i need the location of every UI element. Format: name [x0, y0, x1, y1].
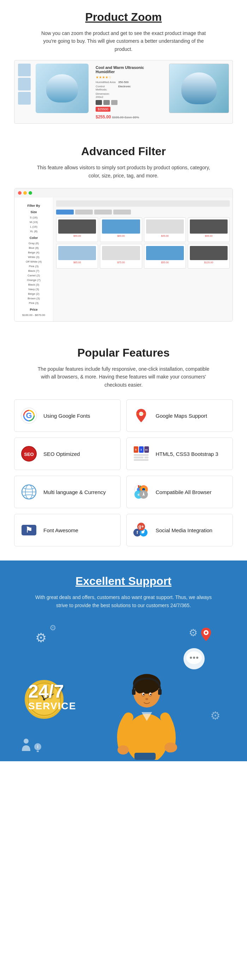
feature-label-browsers: Compatibile All Browser: [156, 488, 211, 496]
svg-text:G: G: [26, 411, 32, 420]
svg-text:i: i: [37, 744, 38, 749]
product-zoom-title: Product Zoom: [14, 11, 233, 24]
filter-mockup-body: Filter By Size S (16) M (19) L (16) XL (…: [14, 197, 233, 321]
excellent-support-title: Excellent Support: [14, 574, 233, 588]
zoom-product-price: $255.00 $335.00 Save 30%: [96, 115, 162, 119]
product-zoom-description: Now you can zoom the product and get to …: [35, 29, 212, 53]
feature-card-social: f g+ Social Media Integration: [126, 514, 233, 546]
excellent-support-description: With great deals and offers, customers a…: [35, 593, 212, 609]
feature-label-seo: SEO Optimized: [43, 450, 80, 458]
svg-rect-52: [132, 689, 136, 695]
filter-product-item: $45.00: [144, 217, 186, 242]
filter-mockup-header: [14, 188, 233, 197]
support-illustration: ⚙ ⚙ ⚙: [14, 620, 233, 761]
popular-features-description: The popular features include fully respo…: [35, 365, 212, 389]
filter-product-item: $89.00: [100, 217, 142, 242]
svg-rect-11: [134, 454, 149, 456]
svg-rect-13: [144, 457, 149, 458]
filter-product-item: $99.00: [188, 217, 230, 242]
feature-card-google-fonts: G Using Google Fonts: [14, 399, 121, 432]
svg-text:B3: B3: [146, 449, 148, 451]
feature-label-font-awesome: Font Awesome: [43, 527, 78, 534]
zoom-main-image: [36, 64, 89, 113]
filter-mockup: Filter By Size S (16) M (19) L (16) XL (…: [14, 188, 233, 321]
feature-label-google-fonts: Using Google Fonts: [43, 412, 90, 420]
mac-dot-yellow: [23, 191, 27, 195]
247-service-text: 24/7 SERVICE: [28, 682, 76, 712]
filter-sidebar: Filter By Size S (16) M (19) L (16) XL (…: [14, 197, 53, 321]
feature-card-google-maps: Google Maps Support: [126, 399, 233, 432]
feature-label-html5: HTML5, CSS3 Bootstrap 3: [156, 450, 218, 458]
filter-product-item: $55.00: [144, 244, 186, 269]
mac-dot-green: [28, 191, 32, 195]
svg-point-50: [150, 694, 151, 695]
features-grid: G Using Google Fonts Google Maps Sup: [14, 399, 233, 546]
browsers-icon: e: [132, 483, 150, 501]
svg-point-49: [143, 694, 144, 695]
filter-product-item: $75.00: [100, 244, 142, 269]
feature-label-google-maps: Google Maps Support: [156, 412, 207, 420]
svg-text:⚑: ⚑: [25, 525, 32, 535]
gear-icon-right: ⚙: [189, 627, 198, 639]
mac-dot-red: [18, 191, 22, 195]
gear-icon-large: ⚙: [35, 630, 47, 645]
svg-point-40: [196, 657, 198, 659]
svg-point-35: [205, 632, 207, 634]
svg-text:f: f: [136, 530, 138, 535]
svg-rect-61: [37, 751, 39, 752]
gear-icon-bottom-right: ⚙: [210, 709, 220, 722]
svg-text:g+: g+: [138, 524, 144, 529]
247-label: 24/7: [28, 682, 76, 700]
zoom-product-stars: ★★★★☆: [96, 75, 162, 79]
popular-features-section: Popular Features The popular features in…: [0, 329, 247, 557]
chat-bubble-icon: [184, 648, 205, 669]
support-info-icon: i: [34, 743, 42, 754]
google-maps-icon: [132, 407, 150, 425]
feature-card-multilanguage: Multi language & Currency: [14, 476, 121, 508]
excellent-support-section: Excellent Support With great deals and o…: [0, 560, 247, 761]
seo-icon: SEO: [20, 445, 38, 463]
advanced-filter-title: Advanced Filter: [14, 145, 233, 158]
product-zoom-mockup: Cool and Warm Ultrasonic Humidifier ★★★★…: [14, 60, 233, 124]
svg-point-56: [117, 745, 129, 754]
filter-product-item: $59.00: [56, 217, 98, 242]
feature-label-multilanguage: Multi language & Currency: [43, 488, 106, 496]
filter-product-item: $65.00: [56, 244, 98, 269]
svg-text:5: 5: [135, 449, 136, 451]
svg-point-51: [146, 698, 148, 700]
feature-card-seo: SEO SEO Optimized: [14, 438, 121, 470]
svg-text:SEO: SEO: [24, 452, 33, 457]
filter-tabs: [56, 210, 230, 215]
filter-product-grid: $59.00 $89.00 $45.00 $99.00: [56, 217, 230, 269]
svg-text:3: 3: [141, 449, 142, 451]
svg-point-38: [190, 657, 192, 659]
service-label: SERVICE: [28, 700, 76, 712]
zoom-thumbnails: [18, 64, 32, 120]
advanced-filter-description: This feature allows visitors to simply s…: [35, 164, 212, 180]
google-fonts-icon: G: [20, 407, 38, 425]
svg-point-58: [24, 739, 28, 744]
svg-point-55: [165, 743, 177, 752]
person-illustration: [108, 647, 185, 761]
popular-features-title: Popular Features: [14, 346, 233, 360]
feature-card-html5: 5 3 B3 HTML5, CSS3 Bootstrap 3: [126, 438, 233, 470]
map-pin-icon: [200, 627, 212, 644]
social-media-icon: f g+: [132, 521, 150, 539]
gear-icon-small: ⚙: [49, 624, 57, 633]
svg-rect-53: [158, 689, 162, 695]
svg-point-39: [193, 657, 195, 659]
feature-label-social: Social Media Integration: [156, 527, 212, 534]
font-awesome-icon: ⚑: [20, 521, 38, 539]
support-person-icon: [21, 738, 31, 752]
filter-main-content: $59.00 $89.00 $45.00 $99.00: [53, 197, 233, 321]
svg-rect-12: [134, 457, 144, 458]
zoom-magnified-view: [169, 64, 229, 113]
zoom-product-name: Cool and Warm Ultrasonic Humidifier: [96, 65, 162, 74]
product-zoom-section: Product Zoom Now you can zoom the produc…: [0, 0, 247, 131]
html5-icon: 5 3 B3: [132, 445, 150, 463]
svg-rect-57: [135, 753, 156, 760]
feature-card-browsers: e Compatibile All Browser: [126, 476, 233, 508]
filter-product-item: $120.00: [188, 244, 230, 269]
feature-card-font-awesome: ⚑ Font Awesome: [14, 514, 121, 546]
advanced-filter-section: Advanced Filter This feature allows visi…: [0, 131, 247, 329]
